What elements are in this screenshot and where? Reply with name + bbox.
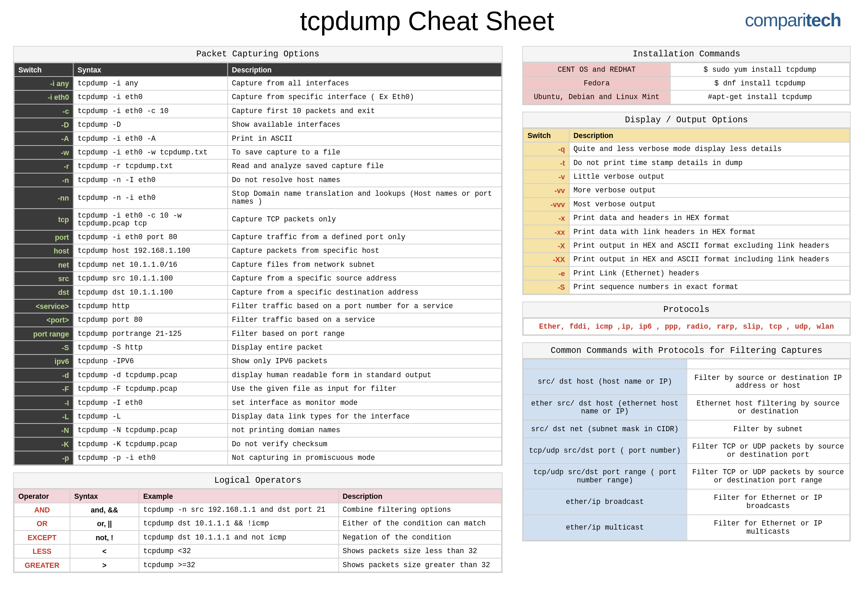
switch-cell: net <box>14 258 73 271</box>
desc-cell: Shows packets size less than 32 <box>339 544 502 558</box>
desc-cell: Filter for Ethernet or IP multicasts <box>686 515 850 540</box>
table-row: dsttcpdump dst 10.1.1.100Capture from a … <box>14 286 502 299</box>
section-title: Protocols <box>523 302 850 318</box>
desc-cell: Capture from all interfaces <box>227 76 502 90</box>
col-description: Description <box>339 489 502 503</box>
syntax-cell: tcpdump net 10.1.1.0/16 <box>73 258 227 271</box>
switch-cell: -D <box>14 118 73 131</box>
switch-cell: -w <box>14 146 73 159</box>
syntax-cell: < <box>70 544 139 558</box>
desc-cell: Capture first 10 packets and exit <box>227 104 502 118</box>
syntax-cell: tcpdump -i eth0 -A <box>73 132 227 146</box>
syntax-cell: > <box>70 558 139 572</box>
table-row: -xxPrint data with link headers in HEX f… <box>523 225 850 239</box>
switch-cell: -F <box>14 382 73 396</box>
table-row: -Itcpdump -I eth0set interface as monito… <box>14 396 502 410</box>
section-title: Installation Commands <box>523 47 850 63</box>
desc-cell: Print output in HEX and ASCII format inc… <box>569 253 849 266</box>
table-row: -XXPrint output in HEX and ASCII format … <box>523 253 850 266</box>
disp-table: Switch Description -qQuite and less verb… <box>523 128 850 294</box>
syntax-cell: tcpdump -N tcpdump.pcap <box>73 423 227 437</box>
syntax-cell: tcpdunp -IPV6 <box>73 355 227 368</box>
section-title: Display / Output Options <box>523 113 850 128</box>
switch-cell: -x <box>523 211 569 225</box>
syntax-cell: tcpdump -i eth0 port 80 <box>73 230 227 244</box>
switch-cell: -q <box>523 142 569 156</box>
table-row: -ntcpdump -n -I eth0Do not resolve host … <box>14 173 502 187</box>
display-output-options: Display / Output Options Switch Descript… <box>522 112 851 295</box>
desc-cell: Capture packets from specific host <box>227 244 502 258</box>
desc-cell: Filter based on port range <box>227 327 502 341</box>
desc-cell: Stop Domain name translation and lookups… <box>227 187 502 208</box>
os-cell: Ubuntu, Debian and Linux Mint <box>523 90 670 104</box>
switch-cell: port <box>14 230 73 244</box>
operator-cell: EXCEPT <box>14 531 70 544</box>
desc-cell: Capture from a specific source address <box>227 271 502 285</box>
col-description: Description <box>227 63 502 76</box>
os-cell: Fedora <box>523 76 670 90</box>
table-row: Ubuntu, Debian and Linux Mint#apt-get in… <box>523 90 850 104</box>
syntax-cell: tcpdump portrange 21-125 <box>73 327 227 341</box>
syntax-cell: tcpdump -n -i eth0 <box>73 187 227 208</box>
desc-cell: Filter TCP or UDP packets by source or d… <box>686 464 850 489</box>
desc-cell: Do not verify checksum <box>227 437 502 451</box>
desc-cell: Capture from specific interface ( Ex Eth… <box>227 90 502 104</box>
syntax-cell: tcpdump -i eth0 -w tcpdump.txt <box>73 146 227 159</box>
col-operator: Operator <box>14 489 70 503</box>
syntax-cell: tcpdump -r tcpdump.txt <box>73 159 227 173</box>
table-row: port rangetcpdump portrange 21-125Filter… <box>14 327 502 341</box>
syntax-cell: tcpdump http <box>73 299 227 313</box>
syntax-cell: tcpdump host 192.168.1.100 <box>73 244 227 258</box>
pco-table: Switch Syntax Description -i anytcpdump … <box>14 63 502 465</box>
col-example: Example <box>139 489 339 503</box>
desc-cell: More verbose output <box>569 184 849 197</box>
table-row: GREATER>tcpdump >=32Shows packets size g… <box>14 558 502 572</box>
table-row: -dtcpdump -d tcpdump.pcapdisplay human r… <box>14 368 502 382</box>
desc-cell: Capture files from network subnet <box>227 258 502 271</box>
table-row: ether/ip multicastFilter for Ethernet or… <box>523 515 850 540</box>
switch-cell: src <box>14 271 73 285</box>
desc-cell: Print data and headers in HEX format <box>569 211 849 225</box>
switch-cell: -n <box>14 173 73 187</box>
example-cell: tcpdump -n src 192.168.1.1 and dst port … <box>139 503 339 517</box>
syntax-cell: tcpdump -d tcpdump.pcap <box>73 368 227 382</box>
switch-cell: -A <box>14 132 73 146</box>
syntax-cell: tcpdump src 10.1.1.100 <box>73 271 227 285</box>
example-cell: tcpdump >=32 <box>139 558 339 572</box>
common-table: src/ dst host (host name or IP)Filter by… <box>523 359 850 541</box>
table-row: -wtcpdump -i eth0 -w tcpdump.txtTo save … <box>14 146 502 159</box>
pattern-cell: ether/ip broadcast <box>523 489 686 515</box>
desc-cell: Filter traffic based on a port number fo… <box>227 299 502 313</box>
table-row: hosttcpdump host 192.168.1.100Capture pa… <box>14 244 502 258</box>
switch-cell: -i eth0 <box>14 90 73 104</box>
table-row: ORor, ||tcpdump dst 10.1.1.1 && !icmpEit… <box>14 517 502 531</box>
switch-cell: tcp <box>14 209 73 230</box>
switch-cell: -N <box>14 423 73 437</box>
switch-cell: -v <box>523 170 569 183</box>
switch-cell: -r <box>14 159 73 173</box>
table-row: srctcpdump src 10.1.1.100Capture from a … <box>14 271 502 285</box>
desc-cell: Capture from a specific destination addr… <box>227 286 502 299</box>
table-row: -Stcpdump -S httpDisplay entire packet <box>14 341 502 354</box>
col-switch: Switch <box>14 63 73 76</box>
page-title: tcpdump Cheat Sheet <box>300 6 554 36</box>
switch-cell: -S <box>523 280 569 294</box>
example-cell: tcpdump dst 10.1.1.1 and not icmp <box>139 531 339 544</box>
syntax-cell: not, ! <box>70 531 139 544</box>
pattern-cell: tcp/udp src/dst port range ( port number… <box>523 464 686 489</box>
switch-cell: -d <box>14 368 73 382</box>
syntax-cell: tcpdump -i eth0 -c 10 <box>73 104 227 118</box>
syntax-cell: tcpdump -D <box>73 118 227 131</box>
table-row: -ptcpdump -p -i eth0Not capturing in pro… <box>14 451 502 465</box>
table-row: -vvMore verbose output <box>523 184 850 197</box>
table-row: -nntcpdump -n -i eth0Stop Domain name tr… <box>14 187 502 208</box>
switch-cell: <port> <box>14 313 73 326</box>
col-switch: Switch <box>523 128 569 142</box>
switch-cell: -e <box>523 267 569 280</box>
desc-cell: Show available interfaces <box>227 118 502 131</box>
syntax-cell: tcpdump -i any <box>73 76 227 90</box>
syntax-cell: tcpdump -I eth0 <box>73 396 227 410</box>
col-syntax: Syntax <box>70 489 139 503</box>
switch-cell: -p <box>14 451 73 465</box>
table-header-row: Switch Syntax Description <box>14 63 502 76</box>
